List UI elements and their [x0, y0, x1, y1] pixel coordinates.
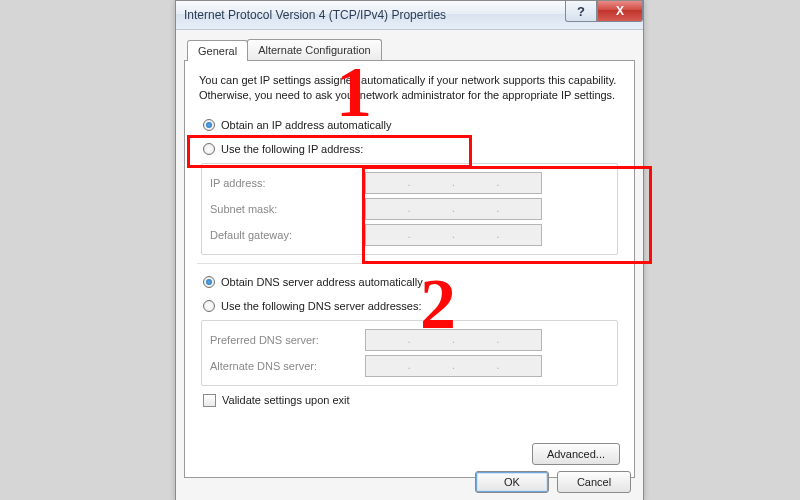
window-title: Internet Protocol Version 4 (TCP/IPv4) P… — [184, 8, 446, 22]
radio-ip-manual[interactable] — [203, 143, 215, 155]
cancel-button[interactable]: Cancel — [557, 471, 631, 493]
subnet-mask-input[interactable]: ... — [365, 198, 542, 220]
alternate-dns-input[interactable]: ... — [365, 355, 542, 377]
validate-label: Validate settings upon exit — [222, 394, 350, 406]
ip-group: Obtain an IP address automatically Use t… — [199, 115, 620, 255]
help-button[interactable]: ? — [565, 1, 597, 22]
radio-dns-manual[interactable] — [203, 300, 215, 312]
radio-row-dns-manual[interactable]: Use the following DNS server addresses: — [203, 296, 620, 316]
dialog-footer: OK Cancel — [475, 471, 631, 493]
validate-checkbox[interactable] — [203, 394, 216, 407]
ok-button[interactable]: OK — [475, 471, 549, 493]
separator — [197, 263, 622, 264]
radio-ip-auto-label: Obtain an IP address automatically — [221, 119, 391, 131]
general-panel: You can get IP settings assigned automat… — [184, 60, 635, 478]
tab-alternate-configuration[interactable]: Alternate Configuration — [247, 39, 382, 60]
tab-general[interactable]: General — [187, 40, 248, 61]
dns-group: Obtain DNS server address automatically … — [199, 272, 620, 386]
validate-row[interactable]: Validate settings upon exit — [203, 394, 620, 407]
radio-row-ip-manual[interactable]: Use the following IP address: — [203, 139, 620, 159]
default-gateway-input[interactable]: ... — [365, 224, 542, 246]
preferred-dns-label: Preferred DNS server: — [210, 334, 365, 346]
close-button[interactable]: X — [597, 1, 643, 22]
radio-ip-auto[interactable] — [203, 119, 215, 131]
ip-address-label: IP address: — [210, 177, 365, 189]
window-buttons: ? X — [565, 1, 643, 22]
preferred-dns-input[interactable]: ... — [365, 329, 542, 351]
subnet-mask-label: Subnet mask: — [210, 203, 365, 215]
titlebar: Internet Protocol Version 4 (TCP/IPv4) P… — [176, 1, 643, 30]
radio-dns-auto[interactable] — [203, 276, 215, 288]
ipv4-properties-dialog: Internet Protocol Version 4 (TCP/IPv4) P… — [175, 0, 644, 500]
default-gateway-label: Default gateway: — [210, 229, 365, 241]
radio-dns-auto-label: Obtain DNS server address automatically — [221, 276, 423, 288]
alternate-dns-label: Alternate DNS server: — [210, 360, 365, 372]
dns-fields: Preferred DNS server: ... Alternate DNS … — [201, 320, 618, 386]
ip-fields: IP address: ... Subnet mask: ... Default… — [201, 163, 618, 255]
radio-row-ip-auto[interactable]: Obtain an IP address automatically — [203, 115, 620, 135]
tab-strip: General Alternate Configuration — [184, 39, 635, 60]
radio-dns-manual-label: Use the following DNS server addresses: — [221, 300, 422, 312]
advanced-area: Advanced... — [532, 443, 620, 465]
advanced-button[interactable]: Advanced... — [532, 443, 620, 465]
radio-ip-manual-label: Use the following IP address: — [221, 143, 363, 155]
intro-text: You can get IP settings assigned automat… — [199, 73, 620, 103]
radio-row-dns-auto[interactable]: Obtain DNS server address automatically — [203, 272, 620, 292]
ip-address-input[interactable]: ... — [365, 172, 542, 194]
